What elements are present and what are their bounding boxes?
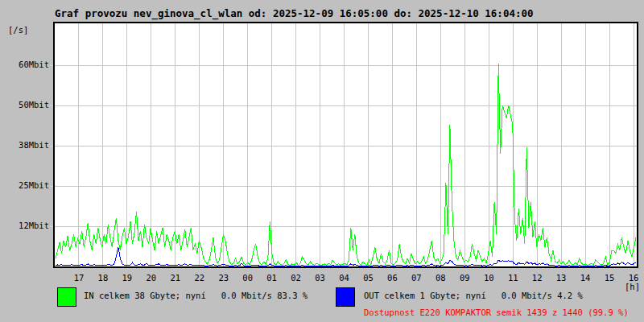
- in-legend-swatch: [57, 287, 76, 307]
- in-legend-label: IN celkem 38 Gbyte; nyní 0.0 Mbit/s 83.3…: [84, 291, 308, 300]
- availability-status: Dostupnost E220 KOMPAKTOR semik 1439 z 1…: [364, 308, 629, 317]
- y-tick-label: 12Mbit: [0, 221, 49, 230]
- x-tick-label: 20: [139, 273, 163, 283]
- x-tick-label: 00: [236, 273, 260, 283]
- x-tick-label: 12: [525, 273, 549, 283]
- x-tick-label: 21: [163, 273, 188, 283]
- x-tick-label: 19: [115, 273, 139, 283]
- x-tick-label: 09: [452, 273, 477, 283]
- x-tick-label: 15: [597, 273, 621, 283]
- x-tick-label: 06: [380, 273, 404, 283]
- x-tick-label: 08: [428, 273, 452, 283]
- x-tick-label: 10: [477, 273, 501, 283]
- x-tick-label: 18: [91, 273, 115, 283]
- y-tick-label: 60Mbit: [0, 60, 49, 69]
- y-tick-label: 50Mbit: [0, 100, 49, 109]
- x-tick-label: 07: [404, 273, 428, 283]
- mrtg-traffic-page: Graf provozu nev_ginova_cl_wlan od: 2025…: [0, 0, 644, 322]
- x-tick-label: 14: [573, 273, 597, 283]
- out-legend-swatch: [336, 287, 355, 307]
- x-tick-label: 13: [549, 273, 573, 283]
- x-tick-label: 05: [356, 273, 380, 283]
- x-tick-label: 02: [284, 273, 308, 283]
- x-tick-label: 11: [501, 273, 525, 283]
- y-tick-label: 25Mbit: [0, 180, 49, 190]
- x-tick-label: 16: [621, 273, 644, 283]
- x-tick-label: 23: [212, 273, 236, 283]
- x-tick-label: 17: [67, 273, 91, 283]
- x-axis-unit-label: [h]: [614, 282, 640, 291]
- x-tick-label: 22: [188, 273, 212, 283]
- y-tick-label: 38Mbit: [0, 140, 49, 150]
- out-legend-label: OUT celkem 1 Gbyte; nyní 0.0 Mbit/s 4.2 …: [364, 291, 583, 300]
- x-tick-label: 03: [308, 273, 332, 283]
- x-tick-label: 04: [332, 273, 357, 283]
- x-tick-label: 01: [260, 273, 284, 283]
